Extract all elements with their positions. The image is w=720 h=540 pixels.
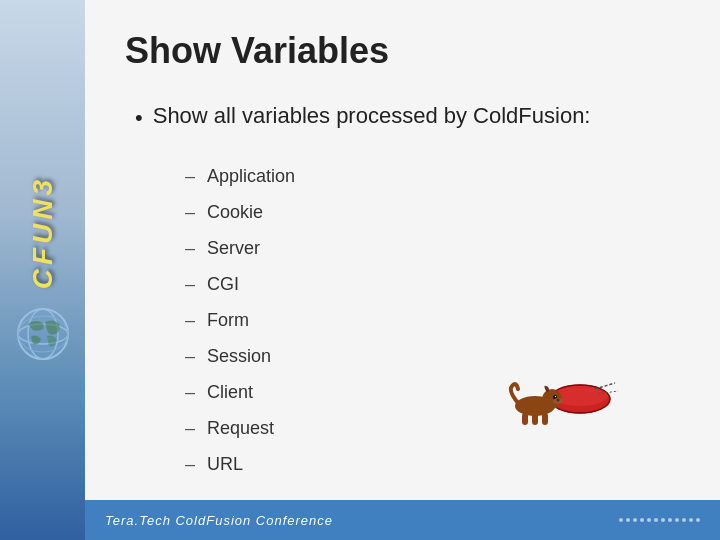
main-bullet: • Show all variables processed by ColdFu… — [135, 102, 680, 133]
list-item: –Form — [185, 302, 680, 338]
dash-symbol: – — [185, 230, 195, 266]
dash-symbol: – — [185, 266, 195, 302]
conference-name: Tera.Tech ColdFusion Conference — [105, 513, 333, 528]
list-item: –URL — [185, 446, 680, 482]
list-item-text: Request — [207, 410, 274, 446]
svg-rect-16 — [542, 413, 548, 425]
left-sidebar: CFUN3 — [0, 0, 85, 540]
dash-symbol: – — [185, 338, 195, 374]
bottom-bar: Tera.Tech ColdFusion Conference — [85, 500, 720, 540]
brand-text: CFUN3 — [29, 176, 57, 289]
list-item-text: Server — [207, 230, 260, 266]
svg-rect-14 — [522, 413, 528, 425]
dash-symbol: – — [185, 158, 195, 194]
list-item: –Cookie — [185, 194, 680, 230]
svg-rect-15 — [532, 413, 538, 425]
list-item-text: Session — [207, 338, 271, 374]
list-item-text: CGI — [207, 266, 239, 302]
cfun3-logo: CFUN3 — [13, 176, 73, 363]
list-item: –CGI — [185, 266, 680, 302]
dash-symbol: – — [185, 374, 195, 410]
list-item-text: Cookie — [207, 194, 263, 230]
main-content: Show Variables • Show all variables proc… — [85, 0, 720, 500]
list-item-text: URL — [207, 446, 243, 482]
globe-icon — [13, 304, 73, 364]
bullet-symbol: • — [135, 104, 143, 133]
list-item-text: Client — [207, 374, 253, 410]
decorative-frisbee — [500, 361, 630, 440]
list-item-text: Application — [207, 158, 295, 194]
bottom-dots-decoration — [619, 518, 700, 522]
main-bullet-text: Show all variables processed by ColdFusi… — [153, 102, 591, 131]
dash-symbol: – — [185, 446, 195, 482]
list-item: –Application — [185, 158, 680, 194]
slide-title: Show Variables — [125, 30, 680, 72]
dash-symbol: – — [185, 302, 195, 338]
list-item: –Server — [185, 230, 680, 266]
svg-point-13 — [557, 399, 560, 402]
svg-point-4 — [18, 309, 68, 359]
list-item-text: Form — [207, 302, 249, 338]
svg-point-11 — [555, 396, 556, 397]
slide-container: CFUN3 Show Variables • Show all variable… — [0, 0, 720, 540]
dash-symbol: – — [185, 410, 195, 446]
dash-symbol: – — [185, 194, 195, 230]
